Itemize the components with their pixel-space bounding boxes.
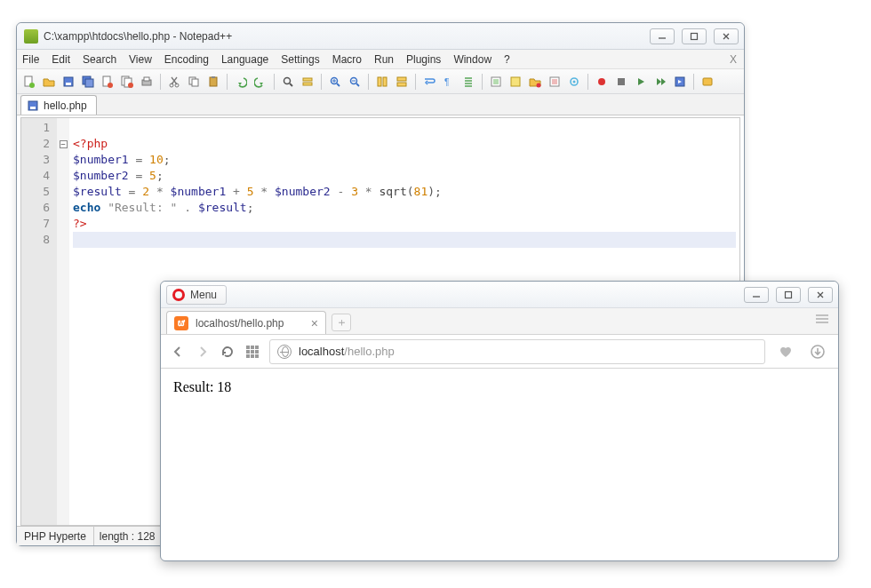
indent-guide-icon[interactable] xyxy=(459,73,477,91)
address-path: /hello.php xyxy=(344,345,394,358)
new-file-icon[interactable] xyxy=(20,73,38,91)
menu-help[interactable]: ? xyxy=(504,53,510,66)
svg-rect-50 xyxy=(255,346,259,349)
svg-rect-35 xyxy=(511,77,520,86)
func-list-icon[interactable] xyxy=(487,73,505,91)
back-button[interactable] xyxy=(170,344,186,360)
open-icon[interactable] xyxy=(40,73,58,91)
speed-dial-button[interactable] xyxy=(244,344,260,360)
zoom-in-icon[interactable] xyxy=(326,73,344,91)
svg-rect-49 xyxy=(251,346,254,349)
replace-icon[interactable] xyxy=(299,73,316,91)
svg-point-3 xyxy=(29,83,35,88)
window-title: C:\xampp\htdocs\hello.php - Notepad++ xyxy=(44,30,650,43)
menu-run[interactable]: Run xyxy=(374,53,394,66)
browser-tab[interactable]: ຜ localhost/hello.php × xyxy=(166,311,326,334)
notepadpp-titlebar[interactable]: C:\xampp\htdocs\hello.php - Notepad++ xyxy=(17,23,744,50)
paste-icon[interactable] xyxy=(204,73,222,91)
tab-close-icon[interactable]: × xyxy=(311,317,318,330)
folder-workspace-icon[interactable] xyxy=(526,73,544,91)
menu-encoding[interactable]: Encoding xyxy=(164,53,209,66)
undo-icon[interactable] xyxy=(232,73,250,91)
sync-h-icon[interactable] xyxy=(393,73,411,91)
svg-rect-31 xyxy=(397,77,406,81)
document-tab[interactable]: hello.php xyxy=(20,95,97,115)
code-line: $number1 = 10; xyxy=(73,152,736,168)
svg-rect-29 xyxy=(378,77,381,86)
sync-v-icon[interactable] xyxy=(373,73,391,91)
svg-line-26 xyxy=(337,83,340,86)
menu-window[interactable]: Window xyxy=(453,53,491,66)
svg-rect-41 xyxy=(618,78,625,85)
redo-icon[interactable] xyxy=(252,73,269,91)
reload-button[interactable] xyxy=(220,344,236,360)
menu-settings[interactable]: Settings xyxy=(281,53,319,66)
menu-edit[interactable]: Edit xyxy=(52,53,70,66)
extra-toolbar-icon[interactable] xyxy=(699,73,716,91)
fold-toggle-icon[interactable]: − xyxy=(60,140,68,148)
svg-point-39 xyxy=(573,80,576,83)
downloads-button[interactable] xyxy=(806,340,829,363)
record-macro-icon[interactable] xyxy=(593,73,611,91)
browser-window: Menu ຜ localhost/hello.php × ＋ localh xyxy=(160,281,839,561)
monitoring-icon[interactable] xyxy=(565,73,583,91)
svg-rect-7 xyxy=(85,79,93,87)
doc-map-icon[interactable] xyxy=(507,73,524,91)
all-chars-icon[interactable]: ¶ xyxy=(440,73,458,91)
svg-rect-51 xyxy=(246,350,250,354)
svg-rect-55 xyxy=(251,354,254,358)
page-content: Result: 18 xyxy=(161,369,838,406)
zoom-out-icon[interactable] xyxy=(346,73,364,91)
new-tab-button[interactable]: ＋ xyxy=(332,314,351,331)
cut-icon[interactable] xyxy=(165,73,183,91)
tab-save-indicator-icon xyxy=(27,99,39,112)
menu-plugins[interactable]: Plugins xyxy=(406,53,441,66)
close-button[interactable] xyxy=(714,28,739,44)
svg-line-28 xyxy=(356,83,359,86)
wrap-icon[interactable] xyxy=(420,73,438,91)
print-icon[interactable] xyxy=(138,73,156,91)
menu-search[interactable]: Search xyxy=(83,53,116,66)
browser-tabstrip: ຜ localhost/hello.php × ＋ xyxy=(161,308,838,335)
save-icon[interactable] xyxy=(60,73,77,91)
doc-list-icon[interactable] xyxy=(546,73,563,91)
save-all-icon[interactable] xyxy=(79,73,97,91)
svg-rect-18 xyxy=(192,79,198,86)
menubar-close-icon[interactable]: X xyxy=(730,53,737,66)
save-macro-icon[interactable] xyxy=(671,73,689,91)
svg-rect-54 xyxy=(246,354,250,358)
address-bar[interactable]: localhost/hello.php xyxy=(269,339,765,364)
stop-macro-icon[interactable] xyxy=(612,73,630,91)
play-multi-icon[interactable] xyxy=(651,73,669,91)
bookmark-button[interactable] xyxy=(774,340,797,363)
svg-rect-14 xyxy=(144,77,149,81)
svg-rect-52 xyxy=(251,350,254,354)
play-macro-icon[interactable] xyxy=(632,73,650,91)
minimize-button[interactable] xyxy=(744,287,769,303)
site-info-icon[interactable] xyxy=(277,345,292,359)
menu-file[interactable]: File xyxy=(22,53,39,66)
toolbar-separator xyxy=(693,74,694,90)
browser-menu-button[interactable]: Menu xyxy=(166,285,227,305)
minimize-button[interactable] xyxy=(650,28,675,44)
svg-rect-48 xyxy=(246,346,250,349)
line-number: 2 xyxy=(21,136,50,152)
tab-label: hello.php xyxy=(44,99,87,112)
forward-button[interactable] xyxy=(195,344,211,360)
menu-language[interactable]: Language xyxy=(221,53,268,66)
close-file-icon[interactable] xyxy=(99,73,116,91)
tab-menu-icon[interactable] xyxy=(815,314,829,327)
find-icon[interactable] xyxy=(279,73,297,91)
close-all-icon[interactable] xyxy=(118,73,136,91)
close-button[interactable] xyxy=(808,287,833,303)
maximize-button[interactable] xyxy=(682,28,707,44)
svg-rect-32 xyxy=(397,83,406,86)
copy-icon[interactable] xyxy=(185,73,203,91)
opera-icon xyxy=(172,289,185,301)
svg-point-21 xyxy=(284,77,291,83)
menu-macro[interactable]: Macro xyxy=(332,53,362,66)
toolbar-separator xyxy=(587,74,588,90)
maximize-button[interactable] xyxy=(776,287,801,303)
browser-titlebar[interactable]: Menu xyxy=(161,282,838,308)
menu-view[interactable]: View xyxy=(129,53,152,66)
